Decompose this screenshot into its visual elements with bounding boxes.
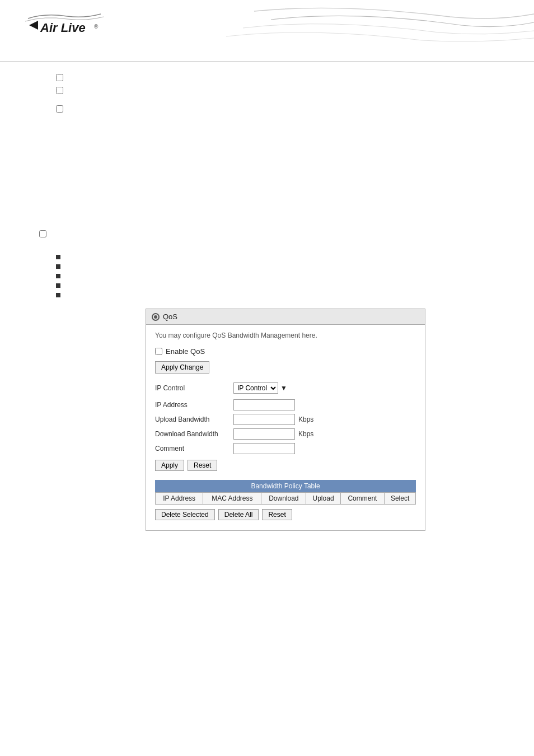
checkbox-item-1 <box>56 73 512 81</box>
ip-control-arrow: ▼ <box>280 384 287 392</box>
bullet-icon-2 <box>56 264 60 269</box>
bullet-icon-1 <box>56 255 60 259</box>
reset2-button[interactable]: Reset <box>262 509 292 520</box>
form-buttons: Apply Reset <box>155 460 416 471</box>
bullet-item-1 <box>56 253 512 259</box>
bandwidth-policy-table-header: Bandwidth Policy Table <box>155 480 416 492</box>
upload-kbps-unit: Kbps <box>298 416 313 423</box>
header: Air Live ® <box>0 0 534 62</box>
col-comment: Comment <box>340 493 384 505</box>
enable-qos-checkbox[interactable] <box>155 348 162 355</box>
main-content: QoS You may configure QoS Bandwidth Mana… <box>0 62 534 553</box>
download-bandwidth-input[interactable] <box>233 428 295 440</box>
upload-bandwidth-label: Upload Bandwidth <box>155 416 233 423</box>
bullet-icon-3 <box>56 274 60 278</box>
bullet-list <box>56 253 512 297</box>
svg-marker-0 <box>29 21 38 30</box>
download-bandwidth-label: Download Bandwidth <box>155 430 233 438</box>
ip-address-label: IP Address <box>155 401 233 409</box>
qos-panel-header: QoS <box>146 309 425 325</box>
table-header-row: IP Address MAC Address Download Upload C… <box>156 493 416 505</box>
bullet-item-3 <box>56 272 512 278</box>
bullet-item-4 <box>56 282 512 288</box>
comment-label: Comment <box>155 445 233 452</box>
ip-address-input[interactable] <box>233 399 295 410</box>
enable-qos-label: Enable QoS <box>166 347 205 356</box>
checkbox-1[interactable] <box>56 74 63 81</box>
col-download: Download <box>261 493 306 505</box>
ip-address-row: IP Address <box>155 399 416 410</box>
bandwidth-policy-table: IP Address MAC Address Download Upload C… <box>155 492 416 505</box>
download-kbps-unit: Kbps <box>298 430 313 438</box>
ip-control-select[interactable]: IP Control <box>233 382 278 394</box>
bullet-item-2 <box>56 263 512 269</box>
checkbox-item-3 <box>56 104 512 113</box>
delete-all-button[interactable]: Delete All <box>218 509 259 520</box>
qos-panel-body: You may configure QoS Bandwidth Manageme… <box>146 325 425 530</box>
apply-change-button[interactable]: Apply Change <box>155 361 209 374</box>
enable-qos-row: Enable QoS <box>155 347 416 356</box>
download-bandwidth-row: Download Bandwidth Kbps <box>155 428 416 440</box>
comment-row: Comment <box>155 443 416 454</box>
delete-selected-button[interactable]: Delete Selected <box>155 509 215 520</box>
svg-text:Air Live: Air Live <box>40 21 86 35</box>
upload-bandwidth-row: Upload Bandwidth Kbps <box>155 414 416 425</box>
checkbox-item-2 <box>56 86 512 94</box>
checkbox-item-4 <box>39 229 512 237</box>
logo-svg: Air Live ® <box>22 8 112 48</box>
ip-control-label: IP Control <box>155 384 233 392</box>
reset-button[interactable]: Reset <box>188 460 217 471</box>
col-mac-address: MAC Address <box>203 493 261 505</box>
apply-button[interactable]: Apply <box>155 460 184 471</box>
qos-radio-icon <box>152 313 160 321</box>
logo-area: Air Live ® <box>22 8 112 49</box>
col-ip-address: IP Address <box>156 493 203 505</box>
ip-control-row: IP Control IP Control ▼ <box>155 382 416 394</box>
table-action-buttons: Delete Selected Delete All Reset <box>155 509 416 524</box>
bandwidth-policy-section: Bandwidth Policy Table IP Address MAC Ad… <box>155 480 416 524</box>
col-upload: Upload <box>306 493 340 505</box>
checkbox-3[interactable] <box>56 105 63 113</box>
qos-panel: QoS You may configure QoS Bandwidth Mana… <box>146 309 425 531</box>
qos-title: QoS <box>163 312 177 321</box>
checkbox-4[interactable] <box>39 230 46 237</box>
comment-input[interactable] <box>233 443 295 454</box>
bullet-item-5 <box>56 291 512 297</box>
col-select: Select <box>385 493 416 505</box>
svg-text:®: ® <box>94 24 99 30</box>
qos-description: You may configure QoS Bandwidth Manageme… <box>155 332 416 339</box>
bullet-icon-4 <box>56 283 60 288</box>
checkbox-2[interactable] <box>56 87 63 94</box>
header-swoosh <box>226 0 534 62</box>
bullet-icon-5 <box>56 293 60 297</box>
upload-bandwidth-input[interactable] <box>233 414 295 425</box>
